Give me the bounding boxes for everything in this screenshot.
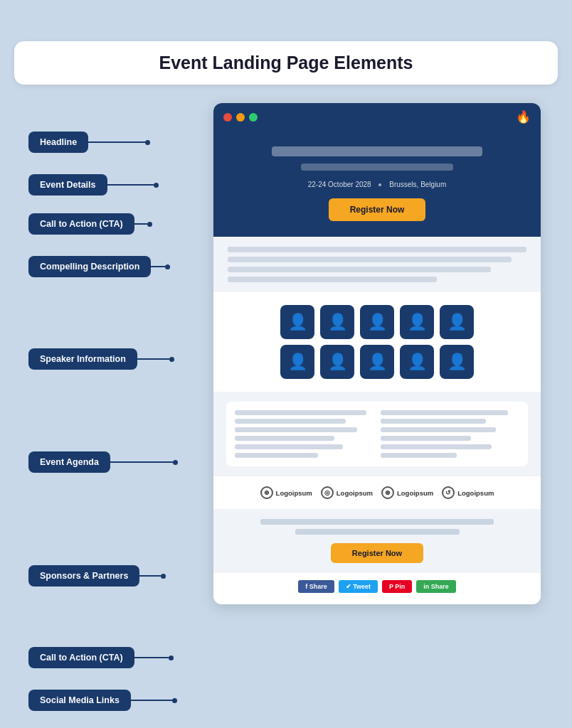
headline-dot (145, 140, 150, 145)
sponsors-row: ⊕ Logoipsum ◎ Logoipsum ⊛ Logoipsum ↺ Lo… (225, 486, 529, 499)
headline-line (88, 141, 145, 143)
event-details-badge[interactable]: Event Details (28, 174, 107, 196)
compelling-desc-dot (165, 264, 170, 269)
cta-button-hero[interactable]: Register Now (329, 198, 426, 221)
sponsor-name-1: Logoipsum (276, 489, 312, 497)
event-location: Brussels, Belgium (389, 181, 446, 188)
desc-line (228, 257, 512, 262)
sponsor-item: ◎ Logoipsum (321, 486, 373, 499)
desc-line (228, 247, 526, 252)
event-agenda-dot (173, 460, 178, 465)
label-speaker-info[interactable]: Speaker Information (28, 348, 174, 370)
bottom-bar-1 (260, 519, 494, 525)
cta-button-bottom[interactable]: Register Now (331, 543, 423, 563)
social-buttons: f Share ✔ Tweet P Pin in Share (225, 580, 529, 593)
dot-yellow (236, 113, 245, 122)
event-agenda-badge[interactable]: Event Agenda (28, 451, 110, 473)
label-event-agenda[interactable]: Event Agenda (28, 451, 178, 473)
speaker-avatar: 👤 (440, 305, 474, 339)
hero-section: 22-24 October 2028 Brussels, Belgium Reg… (213, 131, 541, 237)
social-media-dot (172, 698, 177, 703)
headline-badge[interactable]: Headline (28, 132, 88, 153)
speaker-avatar: 👤 (440, 345, 474, 379)
sponsor-item: ↺ Logoipsum (442, 486, 494, 499)
browser-mockup: 🔥 22-24 October 2028 Brussels, Belgium R… (213, 103, 541, 604)
speaker-info-badge[interactable]: Speaker Information (28, 348, 137, 370)
title-container: Event Landing Page Elements (14, 41, 558, 85)
page-title: Event Landing Page Elements (43, 53, 529, 73)
dot-red (223, 113, 232, 122)
details-sep (378, 183, 381, 186)
event-agenda-line (110, 461, 173, 463)
speaker-avatar: 👤 (360, 345, 394, 379)
speaker-avatar: 👤 (400, 345, 434, 379)
agenda-inner (226, 402, 528, 466)
speaker-avatar: 👤 (280, 305, 314, 339)
speaker-avatar: 👤 (360, 305, 394, 339)
label-compelling-desc[interactable]: Compelling Description (28, 256, 170, 277)
cta-top-dot (147, 222, 152, 227)
label-cta-bottom[interactable]: Call to Action (CTA) (28, 647, 174, 668)
event-details-dot (154, 183, 159, 188)
sponsors-partners-dot (161, 574, 166, 579)
speakers-row-2: 👤 👤 👤 👤 👤 (280, 345, 474, 379)
social-section: f Share ✔ Tweet P Pin in Share (213, 573, 541, 604)
cta-top-line (134, 223, 147, 225)
agenda-section (213, 392, 541, 476)
description-section (213, 237, 541, 292)
event-details-line (107, 184, 154, 186)
speaker-info-dot (169, 357, 174, 362)
desc-line (228, 267, 491, 272)
speaker-avatar: 👤 (320, 345, 354, 379)
dot-green (249, 113, 258, 122)
speakers-row-1: 👤 👤 👤 👤 👤 (280, 305, 474, 339)
diagram-area: 🔥 22-24 October 2028 Brussels, Belgium R… (14, 103, 558, 604)
agenda-col-right (381, 410, 519, 458)
speaker-info-line (137, 358, 169, 360)
speakers-section: 👤 👤 👤 👤 👤 👤 👤 👤 👤 👤 (213, 292, 541, 392)
sponsor-logo-3: ⊛ (381, 486, 394, 499)
sponsors-partners-line (139, 575, 161, 577)
facebook-share-button[interactable]: f Share (298, 580, 334, 593)
sponsors-partners-badge[interactable]: Sponsors & Partners (28, 565, 139, 587)
cta-top-badge[interactable]: Call to Action (CTA) (28, 213, 134, 235)
pinterest-share-button[interactable]: P Pin (382, 580, 412, 593)
compelling-desc-badge[interactable]: Compelling Description (28, 256, 151, 277)
twitter-share-button[interactable]: ✔ Tweet (339, 580, 378, 593)
label-cta-top[interactable]: Call to Action (CTA) (28, 213, 152, 235)
label-social-media[interactable]: Social Media Links (28, 690, 177, 711)
sponsors-section: ⊕ Logoipsum ◎ Logoipsum ⊛ Logoipsum ↺ Lo… (213, 476, 541, 509)
label-sponsors-partners[interactable]: Sponsors & Partners (28, 565, 166, 587)
sponsor-name-4: Logoipsum (457, 489, 494, 497)
compelling-desc-line (151, 266, 165, 267)
desc-line (228, 277, 437, 282)
fire-icon: 🔥 (516, 109, 531, 124)
speaker-avatar: 👤 (280, 345, 314, 379)
sponsor-logo-4: ↺ (442, 486, 455, 499)
sponsor-item: ⊛ Logoipsum (381, 486, 433, 499)
bottom-bar-2 (295, 529, 460, 535)
social-media-badge[interactable]: Social Media Links (28, 690, 131, 711)
sponsor-logo-1: ⊕ (260, 486, 273, 499)
agenda-col-left (235, 410, 374, 458)
bottom-cta-section: Register Now (213, 509, 541, 573)
sponsor-name-2: Logoipsum (337, 489, 373, 497)
cta-bottom-line (134, 657, 169, 658)
label-headline[interactable]: Headline (28, 132, 150, 153)
event-details-text: 22-24 October 2028 Brussels, Belgium (231, 181, 524, 188)
event-date: 22-24 October 2028 (308, 181, 371, 188)
linkedin-share-button[interactable]: in Share (416, 580, 456, 593)
subheadline-bar (301, 164, 453, 171)
sponsor-logo-2: ◎ (321, 486, 334, 499)
label-event-details[interactable]: Event Details (28, 174, 159, 196)
speaker-avatar: 👤 (400, 305, 434, 339)
cta-bottom-dot (169, 655, 174, 660)
sponsor-item: ⊕ Logoipsum (260, 486, 312, 499)
browser-toolbar: 🔥 (213, 103, 541, 131)
social-media-line (131, 700, 172, 701)
cta-bottom-badge[interactable]: Call to Action (CTA) (28, 647, 134, 668)
sponsor-name-3: Logoipsum (397, 489, 433, 497)
speaker-avatar: 👤 (320, 305, 354, 339)
speakers-grid: 👤 👤 👤 👤 👤 👤 👤 👤 👤 👤 (228, 305, 526, 379)
headline-bar (272, 146, 483, 156)
